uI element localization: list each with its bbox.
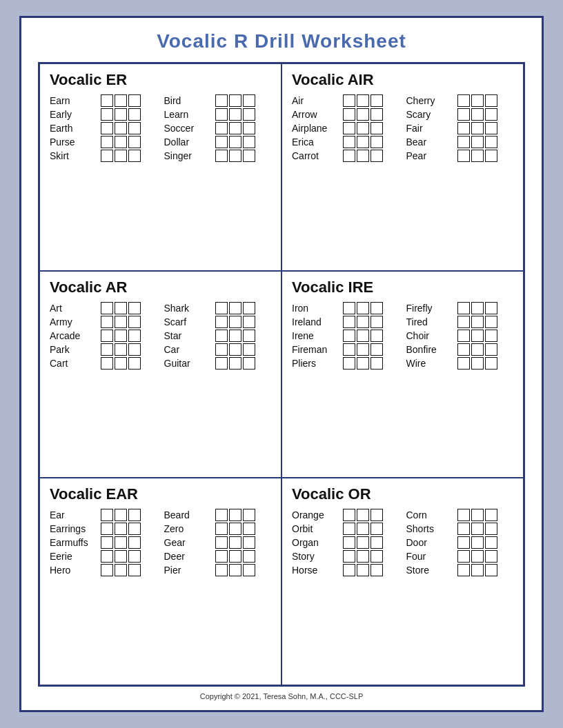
score-box[interactable] — [471, 330, 484, 342]
score-box[interactable] — [457, 150, 470, 162]
score-box[interactable] — [485, 94, 497, 107]
score-box[interactable] — [115, 108, 127, 121]
score-box[interactable] — [371, 343, 383, 356]
score-box[interactable] — [357, 316, 369, 328]
score-box[interactable] — [115, 523, 127, 535]
score-box[interactable] — [215, 536, 228, 549]
score-box[interactable] — [243, 550, 255, 563]
score-box[interactable] — [215, 122, 228, 134]
score-box[interactable] — [357, 509, 369, 521]
score-box[interactable] — [357, 330, 369, 342]
score-box[interactable] — [485, 108, 497, 121]
score-box[interactable] — [243, 523, 255, 535]
score-box[interactable] — [343, 150, 355, 162]
score-box[interactable] — [343, 550, 355, 563]
score-box[interactable] — [115, 536, 127, 549]
score-box[interactable] — [215, 316, 228, 328]
score-box[interactable] — [215, 302, 228, 314]
score-box[interactable] — [128, 523, 141, 535]
score-box[interactable] — [471, 523, 484, 535]
score-box[interactable] — [471, 509, 484, 521]
score-box[interactable] — [243, 509, 255, 521]
score-box[interactable] — [229, 564, 241, 576]
score-box[interactable] — [457, 536, 470, 549]
score-box[interactable] — [471, 343, 484, 356]
score-box[interactable] — [128, 122, 141, 134]
score-box[interactable] — [343, 94, 355, 107]
score-box[interactable] — [215, 564, 228, 576]
score-box[interactable] — [115, 550, 127, 563]
score-box[interactable] — [101, 564, 113, 576]
score-box[interactable] — [128, 509, 141, 521]
score-box[interactable] — [357, 150, 369, 162]
score-box[interactable] — [485, 330, 497, 342]
score-box[interactable] — [215, 550, 228, 563]
score-box[interactable] — [101, 509, 113, 521]
score-box[interactable] — [101, 150, 113, 162]
score-box[interactable] — [485, 523, 497, 535]
score-box[interactable] — [115, 136, 127, 148]
score-box[interactable] — [485, 343, 497, 356]
score-box[interactable] — [215, 509, 228, 521]
score-box[interactable] — [371, 523, 383, 535]
score-box[interactable] — [371, 94, 383, 107]
score-box[interactable] — [457, 94, 470, 107]
score-box[interactable] — [485, 150, 497, 162]
score-box[interactable] — [243, 302, 255, 314]
score-box[interactable] — [128, 108, 141, 121]
score-box[interactable] — [357, 94, 369, 107]
score-box[interactable] — [243, 536, 255, 549]
score-box[interactable] — [229, 122, 241, 134]
score-box[interactable] — [357, 536, 369, 549]
score-box[interactable] — [371, 150, 383, 162]
score-box[interactable] — [457, 136, 470, 148]
score-box[interactable] — [128, 94, 141, 107]
score-box[interactable] — [343, 536, 355, 549]
score-box[interactable] — [215, 108, 228, 121]
score-box[interactable] — [243, 136, 255, 148]
score-box[interactable] — [229, 302, 241, 314]
score-box[interactable] — [343, 302, 355, 314]
score-box[interactable] — [371, 302, 383, 314]
score-box[interactable] — [243, 150, 255, 162]
score-box[interactable] — [485, 357, 497, 370]
score-box[interactable] — [485, 550, 497, 563]
score-box[interactable] — [215, 94, 228, 107]
score-box[interactable] — [457, 122, 470, 134]
score-box[interactable] — [115, 509, 127, 521]
score-box[interactable] — [101, 136, 113, 148]
score-box[interactable] — [343, 509, 355, 521]
score-box[interactable] — [343, 136, 355, 148]
score-box[interactable] — [101, 523, 113, 535]
score-box[interactable] — [115, 122, 127, 134]
score-box[interactable] — [128, 136, 141, 148]
score-box[interactable] — [243, 357, 255, 370]
score-box[interactable] — [485, 316, 497, 328]
score-box[interactable] — [128, 302, 141, 314]
score-box[interactable] — [229, 523, 241, 535]
score-box[interactable] — [243, 564, 255, 576]
score-box[interactable] — [229, 108, 241, 121]
score-box[interactable] — [101, 330, 113, 342]
score-box[interactable] — [229, 94, 241, 107]
score-box[interactable] — [457, 564, 470, 576]
score-box[interactable] — [343, 330, 355, 342]
score-box[interactable] — [343, 343, 355, 356]
score-box[interactable] — [471, 316, 484, 328]
score-box[interactable] — [371, 564, 383, 576]
score-box[interactable] — [471, 357, 484, 370]
score-box[interactable] — [471, 550, 484, 563]
score-box[interactable] — [215, 357, 228, 370]
score-box[interactable] — [128, 357, 141, 370]
score-box[interactable] — [215, 150, 228, 162]
score-box[interactable] — [343, 564, 355, 576]
score-box[interactable] — [229, 343, 241, 356]
score-box[interactable] — [343, 108, 355, 121]
score-box[interactable] — [229, 550, 241, 563]
score-box[interactable] — [243, 94, 255, 107]
score-box[interactable] — [471, 94, 484, 107]
score-box[interactable] — [343, 122, 355, 134]
score-box[interactable] — [101, 316, 113, 328]
score-box[interactable] — [215, 523, 228, 535]
score-box[interactable] — [485, 509, 497, 521]
